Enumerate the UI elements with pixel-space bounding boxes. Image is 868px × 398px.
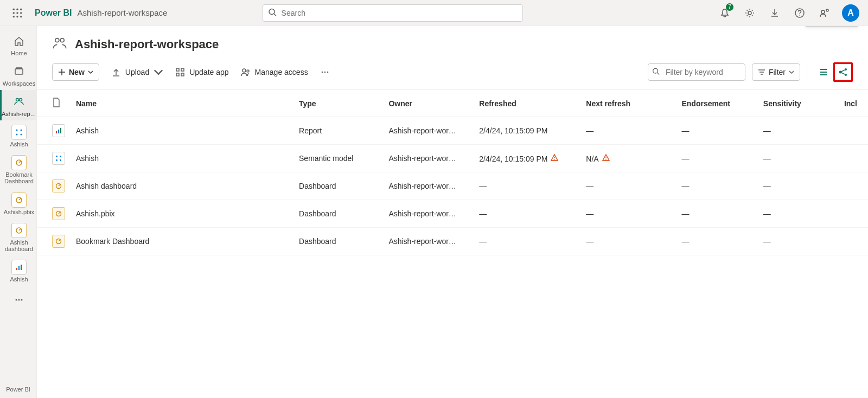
- svg-rect-52: [56, 131, 57, 133]
- dashboard-mini-icon: [11, 223, 27, 238]
- filter-button[interactable]: Filter: [752, 63, 800, 81]
- breadcrumb[interactable]: Ashish-report-workspace: [77, 8, 167, 17]
- top-bar: Power BI Ashish-report-workspace 7 A: [0, 0, 868, 26]
- more-actions-button[interactable]: [320, 67, 330, 77]
- cell-next-refresh: —: [580, 228, 676, 255]
- model-icon: [52, 152, 65, 165]
- svg-point-36: [55, 38, 59, 42]
- col-endorsement[interactable]: Endorsement: [676, 90, 757, 117]
- table-row[interactable]: AshishSemantic modelAshish-report-wor…2/…: [37, 145, 868, 172]
- svg-point-30: [16, 299, 17, 300]
- svg-point-47: [653, 68, 658, 73]
- table-row[interactable]: Bookmark DashboardDashboardAshish-report…: [37, 228, 868, 255]
- rail-powerbi-home[interactable]: Power BI: [0, 375, 37, 398]
- col-refreshed[interactable]: Refreshed: [474, 90, 580, 117]
- list-view-button[interactable]: [814, 62, 833, 82]
- cell-owner: Ashish-report-wor…: [383, 228, 474, 255]
- rail-current-workspace[interactable]: Ashish-report-…: [0, 90, 37, 120]
- svg-point-4: [16, 12, 18, 14]
- svg-rect-54: [60, 128, 61, 133]
- cell-endorsement: —: [676, 228, 757, 255]
- cell-sensitivity: —: [758, 172, 839, 200]
- svg-point-56: [60, 156, 61, 157]
- brand-label[interactable]: Power BI: [35, 8, 72, 18]
- svg-rect-16: [15, 69, 23, 74]
- svg-rect-40: [176, 73, 179, 76]
- col-owner[interactable]: Owner: [383, 90, 474, 117]
- col-included[interactable]: Incl: [839, 90, 868, 117]
- svg-point-50: [845, 68, 847, 70]
- rail-home[interactable]: Home: [0, 29, 37, 60]
- feedback-button[interactable]: [813, 0, 837, 26]
- view-toggle: [807, 62, 853, 82]
- svg-point-49: [839, 71, 842, 74]
- cell-sensitivity: —: [758, 228, 839, 255]
- svg-point-3: [13, 12, 15, 14]
- cell-owner: Ashish-report-wor…: [383, 200, 474, 228]
- cell-refreshed: 2/4/24, 10:15:09 PM: [474, 117, 580, 145]
- workspace-people-icon: [52, 36, 67, 53]
- filter-input[interactable]: [648, 63, 745, 81]
- table-row[interactable]: Ashish dashboardDashboardAshish-report-w…: [37, 172, 868, 200]
- dashboard-mini-icon: [11, 192, 27, 208]
- update-app-button[interactable]: Update app: [175, 67, 228, 77]
- rail-ashish-report[interactable]: Ashish: [0, 255, 37, 286]
- new-button[interactable]: New: [52, 63, 99, 81]
- rail-workspaces[interactable]: Workspaces: [0, 60, 37, 90]
- svg-point-7: [16, 16, 18, 17]
- cell-included: [839, 200, 868, 228]
- download-button[interactable]: [763, 0, 787, 26]
- svg-point-51: [845, 74, 847, 76]
- svg-point-20: [16, 130, 18, 131]
- cell-type: Dashboard: [293, 172, 383, 200]
- chevron-down-icon: [789, 69, 794, 75]
- svg-line-10: [274, 14, 276, 16]
- filter-keyword: [648, 63, 745, 81]
- col-next-refresh[interactable]: Next refresh: [580, 90, 676, 117]
- manage-access-button[interactable]: Manage access: [241, 67, 308, 77]
- help-button[interactable]: [788, 0, 812, 26]
- table-row[interactable]: Ashish.pbixDashboardAshish-report-wor…——…: [37, 200, 868, 228]
- more-icon: [320, 67, 330, 77]
- workspace-header: Ashish-report-workspace: [37, 26, 868, 58]
- rail-ashish-dashboard[interactable]: Ashish dashboard: [0, 219, 37, 255]
- cell-endorsement: —: [676, 145, 757, 172]
- search-input[interactable]: [263, 4, 523, 22]
- svg-point-37: [60, 38, 64, 42]
- rail-ashish-model[interactable]: Ashish: [0, 120, 37, 151]
- cell-refreshed: —: [474, 172, 580, 200]
- svg-rect-29: [21, 265, 22, 270]
- app-launcher-button[interactable]: [4, 0, 30, 26]
- svg-line-48: [658, 73, 660, 75]
- rail-bookmark-dashboard[interactable]: Bookmark Dashboard: [0, 151, 37, 188]
- settings-button[interactable]: [738, 0, 762, 26]
- download-icon: [769, 8, 780, 18]
- svg-rect-28: [18, 266, 20, 270]
- cell-endorsement: —: [676, 200, 757, 228]
- svg-point-14: [821, 10, 825, 14]
- rail-more[interactable]: [0, 288, 37, 312]
- svg-point-42: [242, 69, 246, 72]
- left-rail: Home Workspaces Ashish-report-… Ashish B…: [0, 26, 37, 398]
- avatar[interactable]: A: [842, 4, 859, 22]
- lineage-view-button[interactable]: [833, 62, 853, 82]
- cell-endorsement: —: [676, 172, 757, 200]
- dashboard-icon: [52, 207, 65, 220]
- col-icon[interactable]: [37, 90, 71, 117]
- upload-button[interactable]: Upload: [111, 67, 163, 77]
- rail-ashish-pbix[interactable]: Ashish.pbix: [0, 188, 37, 219]
- svg-point-46: [327, 72, 328, 73]
- svg-point-32: [21, 299, 23, 300]
- upload-icon: [111, 67, 121, 77]
- col-type[interactable]: Type: [293, 90, 383, 117]
- col-sensitivity[interactable]: Sensitivity: [758, 90, 839, 117]
- report-icon: [52, 124, 65, 137]
- cell-sensitivity: —: [758, 200, 839, 228]
- notifications-button[interactable]: 7: [713, 0, 737, 26]
- cell-type: Semantic model: [293, 145, 383, 172]
- dashboard-icon: [52, 179, 65, 192]
- table-row[interactable]: AshishReportAshish-report-wor…2/4/24, 10…: [37, 117, 868, 145]
- table-header-row: Name Type Owner Refreshed Next refresh E…: [37, 90, 868, 117]
- col-name[interactable]: Name: [71, 90, 293, 117]
- svg-point-62: [605, 159, 607, 160]
